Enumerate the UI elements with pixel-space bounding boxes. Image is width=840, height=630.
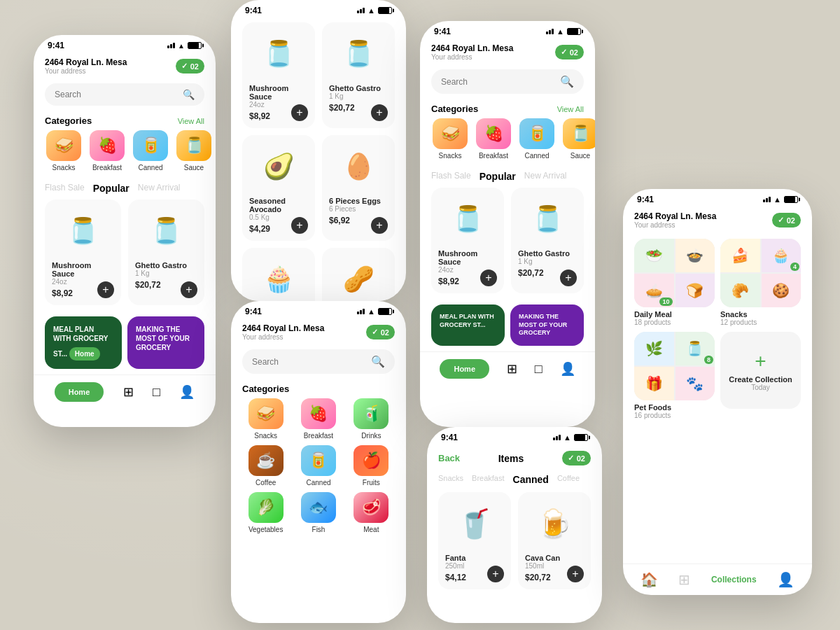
cat-sauce-4[interactable]: 🫙 Sauce [561,118,595,160]
tab-flash-sale-4[interactable]: Flash Sale [431,171,471,182]
status-icons-6: ▲ [763,195,798,204]
status-icons-4: ▲ [546,27,581,36]
add-btn-avocado[interactable]: + [291,217,308,234]
tab-coffee-5[interactable]: Coffee [557,474,580,485]
search-bar-3[interactable]: 🔍 [242,349,395,374]
add-btn-mushroom[interactable]: + [97,281,114,298]
coll-img-2: 🍲 [676,239,715,272]
cat-fruits-3[interactable]: 🍎 Fruits [348,445,395,486]
battery-icon-2 [378,7,392,14]
tab-snacks-5[interactable]: Snacks [438,474,463,485]
nav-user-icon-6[interactable]: 👤 [777,571,794,588]
add-btn-ghetto-2[interactable]: + [371,104,388,121]
tab-breakfast-5[interactable]: Breakfast [472,474,504,485]
view-all-1[interactable]: View All [178,117,204,125]
cat-breakfast-label: Breakfast [92,164,122,172]
product-size-eggs: 6 Pieces [329,205,388,213]
nav-home-btn[interactable]: Home [55,382,104,402]
cat-meat-3[interactable]: 🥩 Meat [348,492,395,533]
search-bar-4[interactable]: 🔍 [431,69,584,94]
coll-img-pet-4: 🐾 [676,367,715,400]
coll-badge-pet: 8 [704,356,713,364]
nav-browse-icon[interactable]: □ [153,385,160,400]
nav-collections-active[interactable]: Collections [711,575,757,584]
cat-canned-3[interactable]: 🥫 Canned [295,445,342,486]
tab-new-arrival[interactable]: New Arrival [138,183,181,194]
search-input-1[interactable] [55,90,177,99]
nav-profile-icon-4[interactable]: 👤 [560,361,575,377]
cart-badge-1[interactable]: ✓ 02 [176,59,204,74]
banner-row-4: MEAL PLAN WITH GROCERY ST... MAKING THE … [420,299,595,351]
add-btn-ghetto[interactable]: + [181,281,197,298]
cat-snacks-3[interactable]: 🥪 Snacks [242,398,289,440]
banner-making-most-4[interactable]: MAKING THE MOST OF YOUR GROCERY [510,304,584,346]
battery-icon [188,42,202,49]
coll-img-pet-2: 🫙 8 [676,332,715,365]
cat-breakfast-3[interactable]: 🍓 Breakfast [295,398,342,440]
create-collection-sub: Today [751,384,770,391]
cat-label-canned-4: Canned [524,152,549,160]
view-all-4[interactable]: View All [557,105,584,113]
add-btn-cava[interactable]: + [567,566,584,582]
nav-profile-icon[interactable]: 👤 [179,384,195,400]
banner-meal-plan-4[interactable]: MEAL PLAN WITH GROCERY ST... [431,304,505,346]
tab-canned-active[interactable]: Canned [513,474,549,485]
cat-drinks-3[interactable]: 🧃 Drinks [348,398,395,440]
create-collection-card[interactable]: + Create Collection Today [720,332,801,409]
collection-pet-foods[interactable]: 🌿 🫙 8 🎁 🐾 Pet Foods 16 products [634,332,715,419]
status-icons-5: ▲ [553,433,588,442]
coll-images-daily: 🥗 🍲 🥧 10 🍞 [634,239,715,307]
nav-grid-icon-4[interactable]: ⊞ [507,361,517,377]
phone-3: 9:41 ▲ 2464 Royal Ln. Mesa Your address … [231,301,406,623]
cat-breakfast-1[interactable]: 🍓 Breakfast [88,130,126,172]
nav-grid-icon[interactable]: ⊞ [123,384,134,400]
banner-meal-plan[interactable]: MEAL PLAN WITH GROCERY ST... Home [45,316,122,369]
address-bar-4: 2464 Royal Ln. Mesa Your address ✓02 [420,39,595,65]
cart-badge-3[interactable]: ✓02 [366,325,395,340]
add-btn-mushroom-2[interactable]: + [291,104,308,121]
add-btn-mushroom-4[interactable]: + [480,270,497,286]
cart-badge-5[interactable]: ✓02 [562,451,591,465]
nav-browse-icon-4[interactable]: □ [535,362,542,377]
product-img-fanta: 🥤 [445,499,504,548]
banner-making-most[interactable]: MAKING THE MOST OF YOUR GROCERY [127,316,204,369]
cat-img-coffee-3: ☕ [248,445,284,476]
cat-breakfast-4[interactable]: 🍓 Breakfast [475,118,512,160]
collection-snacks[interactable]: 🍰 🧁 4 🥐 🍪 Snacks 12 products [720,239,801,326]
tab-popular[interactable]: Popular [93,183,130,194]
nav-grid-icon-6[interactable]: ⊞ [678,571,690,588]
cat-snacks-1[interactable]: 🥪 Snacks [45,130,83,172]
address-bar-6: 2464 Royal Ln. Mesa Your address ✓02 [623,207,812,233]
categories-title-3: Categories [242,384,289,394]
tab-flash-sale[interactable]: Flash Sale [45,183,85,194]
cat-canned-4[interactable]: 🥫 Canned [518,118,556,160]
search-input-3[interactable] [252,357,365,367]
tab-popular-4[interactable]: Popular [479,171,516,182]
signal-icon-6 [763,197,771,202]
back-btn-5[interactable]: Back [438,453,460,463]
cart-badge-4[interactable]: ✓02 [555,45,584,59]
bottom-nav-1: Home ⊞ □ 👤 [34,374,216,409]
cat-label-breakfast-4: Breakfast [479,152,508,160]
nav-home-btn-4[interactable]: Home [440,359,489,379]
search-input-4[interactable] [441,77,554,87]
cat-coffee-3[interactable]: ☕ Coffee [242,445,289,486]
collection-daily-meal[interactable]: 🥗 🍲 🥧 10 🍞 Daily Meal 18 products [634,239,715,326]
cat-sauce-1[interactable]: 🫙 Sauce [175,130,213,172]
cat-snacks-4[interactable]: 🥪 Snacks [431,118,469,160]
search-bar-1[interactable]: 🔍 [45,83,204,106]
tab-new-arrival-4[interactable]: New Arrival [524,171,567,182]
cart-badge-6[interactable]: ✓02 [772,213,801,227]
cat-label-fish-3: Fish [312,526,326,533]
cat-fish-3[interactable]: 🐟 Fish [295,492,342,533]
add-btn-fanta[interactable]: + [487,566,504,582]
cat-label-drinks-3: Drinks [361,432,381,440]
cat-vegetables-3[interactable]: 🥬 Vegetables [242,492,289,533]
cat-canned-1[interactable]: 🥫 Canned [132,130,169,172]
address-info-1: 2464 Royal Ln. Mesa Your address [45,57,127,75]
nav-home-icon-6[interactable]: 🏠 [640,571,658,588]
add-btn-eggs[interactable]: + [371,217,388,234]
battery-icon-3 [378,308,392,315]
cat-label-meat-3: Meat [363,526,379,533]
add-btn-ghetto-4[interactable]: + [560,270,577,286]
